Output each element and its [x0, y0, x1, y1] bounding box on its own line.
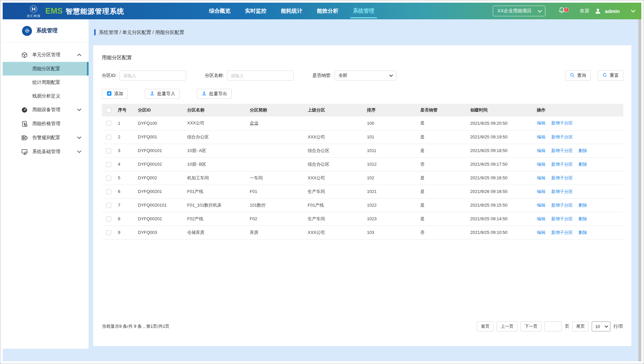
last-page-button[interactable]: 尾页 — [572, 321, 589, 331]
next-page-button[interactable]: 下一页 — [520, 321, 541, 331]
op-add-subpartition-link[interactable]: 新增子分区 — [551, 134, 573, 139]
scrollbar[interactable] — [638, 19, 641, 361]
row-checkbox[interactable] — [106, 121, 111, 126]
company-logo-icon: 合汇科技 — [27, 5, 41, 18]
prev-page-button[interactable]: 上一页 — [496, 321, 517, 331]
row-checkbox[interactable] — [106, 189, 111, 194]
sidebar-menu: 单元分区管理 用能分区配置 统计周期配置 线损分析定义 — [3, 43, 89, 159]
nav-realtime-monitor[interactable]: 实时监控 — [245, 3, 266, 19]
sidebar-item-system-basic-management[interactable]: 系统基础管理 — [3, 145, 89, 159]
sidebar-item-energy-partition-config[interactable]: 用能分区配置 — [3, 62, 89, 76]
page-title: 用能分区配置 — [102, 55, 623, 61]
op-edit-link[interactable]: 编辑 — [537, 162, 545, 167]
sort-order: 1023 — [367, 216, 377, 221]
op-delete-link[interactable]: 删除 — [578, 230, 587, 235]
partition-short-name: 一车间 — [250, 175, 263, 180]
op-add-subpartition-link[interactable]: 新增子分区 — [551, 189, 573, 194]
partition-name-input[interactable] — [227, 71, 294, 81]
row-checkbox[interactable] — [106, 217, 111, 222]
op-delete-link[interactable]: 删除 — [578, 162, 587, 167]
row-checkbox[interactable] — [106, 230, 111, 235]
sidebar-item-stat-period-config[interactable]: 统计周期配置 — [3, 76, 89, 89]
op-add-subpartition-link[interactable]: 新增子分区 — [551, 162, 573, 167]
row-checkbox[interactable] — [106, 176, 111, 181]
sidebar-item-label: 用能设备管理 — [32, 107, 60, 113]
table-row: 6DYFQ00201F01产线F01生产车间1021是2021/9/26 09:… — [102, 185, 623, 198]
batch-import-button[interactable]: 批量导入 — [145, 89, 180, 99]
sidebar-item-alert-rule-config[interactable]: 告警规则配置 — [3, 131, 89, 145]
filter-row: 分区ID: 分区名称: 是否纳管: 全部 — [102, 70, 623, 81]
op-edit-link[interactable]: 编辑 — [537, 189, 545, 194]
managed-select-value: 全部 — [339, 73, 347, 79]
sort-order: 1011 — [367, 148, 376, 153]
app-title: 智慧能源管理系统 — [66, 7, 124, 16]
price-icon — [21, 120, 28, 127]
op-delete-link[interactable]: 删除 — [578, 216, 587, 221]
partition-short-name: F02 — [250, 216, 257, 221]
nav-overview[interactable]: 综合概览 — [209, 3, 230, 19]
op-add-subpartition-link[interactable]: 新增子分区 — [551, 120, 573, 125]
partition-id: DYFQ0020101 — [138, 203, 167, 208]
op-edit-link[interactable]: 编辑 — [537, 175, 545, 180]
chevron-down-icon — [77, 108, 81, 111]
sidebar-item-unit-partition-management[interactable]: 单元分区管理 — [3, 48, 89, 62]
partition-id: DYFQ100 — [138, 121, 157, 126]
sidebar-header: 系统管理 — [3, 19, 89, 43]
search-button[interactable]: 查询 — [565, 70, 591, 81]
op-delete-link[interactable]: 删除 — [578, 203, 587, 208]
op-edit-link[interactable]: 编辑 — [537, 120, 545, 125]
batch-export-button[interactable]: 批量导出 — [197, 89, 232, 99]
op-edit-link[interactable]: 编辑 — [537, 203, 545, 208]
op-add-subpartition-link[interactable]: 新增子分区 — [551, 230, 573, 235]
pagination-summary: 当前显示9 条/共 9 条，第1页/共1页 — [102, 323, 169, 329]
project-selector[interactable]: XX企业用能项目 — [493, 6, 545, 16]
op-edit-link[interactable]: 编辑 — [537, 148, 545, 153]
select-all-checkbox[interactable] — [106, 108, 111, 113]
first-page-button[interactable]: 首页 — [477, 321, 493, 331]
sort-order: 1012 — [367, 162, 377, 167]
batch-import-label: 批量导入 — [157, 91, 175, 97]
cube-icon — [21, 52, 28, 59]
managed-flag: 是 — [420, 189, 425, 194]
row-checkbox[interactable] — [106, 135, 111, 140]
op-add-subpartition-link[interactable]: 新增子分区 — [551, 203, 573, 208]
row-checkbox[interactable] — [106, 203, 111, 208]
managed-select[interactable]: 全部 — [335, 71, 396, 81]
op-edit-link[interactable]: 编辑 — [537, 134, 545, 139]
managed-flag: 是 — [420, 120, 425, 125]
sidebar-item-line-loss-definition[interactable]: 线损分析定义 — [3, 89, 89, 103]
table-row: 8DYFQ00202F02产线F02生产车间1023是2021/9/25 09:… — [102, 212, 623, 226]
add-button[interactable]: 添加 — [102, 89, 128, 99]
col-managed: 是否纳管 — [419, 104, 469, 116]
page-number-input[interactable] — [544, 321, 562, 331]
op-edit-link[interactable]: 编辑 — [537, 230, 545, 235]
created-time: 2021/9/25 09:19:50 — [470, 134, 507, 139]
created-time: 2021/9/26 09:16:50 — [470, 189, 507, 194]
row-checkbox[interactable] — [106, 162, 111, 167]
op-edit-link[interactable]: 编辑 — [537, 216, 545, 221]
partition-id: DYFQ002 — [138, 175, 157, 180]
sidebar-item-energy-price-management[interactable]: 用能价格管理 — [3, 117, 89, 131]
partition-id-input[interactable] — [120, 71, 186, 81]
breadcrumb-bar: 系统管理 / 单元分区配置 / 用能分区配置 — [93, 19, 631, 45]
managed-flag: 是 — [420, 175, 425, 180]
sidebar-subitem-label: 线损分析定义 — [32, 93, 60, 99]
seq: 1 — [118, 121, 120, 126]
chevron-down-icon — [389, 75, 393, 77]
created-time: 2021/9/25 09:10:50 — [470, 230, 507, 235]
notification-bell-icon[interactable]: 2 — [558, 6, 565, 16]
batch-export-label: 批量导出 — [209, 91, 227, 97]
nav-system-management[interactable]: 系统管理 — [353, 3, 374, 19]
reset-button[interactable]: 重置 — [598, 70, 623, 81]
sidebar-item-energy-device-management[interactable]: 用能设备管理 — [3, 103, 89, 117]
op-add-subpartition-link[interactable]: 新增子分区 — [551, 175, 573, 180]
nav-energy-stats[interactable]: 能耗统计 — [281, 3, 302, 19]
row-checkbox[interactable] — [106, 148, 111, 153]
welcome-text: 欢迎 — [580, 8, 589, 14]
op-delete-link[interactable]: 删除 — [578, 148, 587, 153]
nav-efficiency-analysis[interactable]: 能效分析 — [317, 3, 338, 19]
op-add-subpartition-link[interactable]: 新增子分区 — [551, 148, 573, 153]
op-add-subpartition-link[interactable]: 新增子分区 — [551, 216, 573, 221]
user-menu-chevron-icon[interactable] — [631, 8, 635, 14]
page-size-select[interactable]: 10 — [592, 321, 610, 331]
